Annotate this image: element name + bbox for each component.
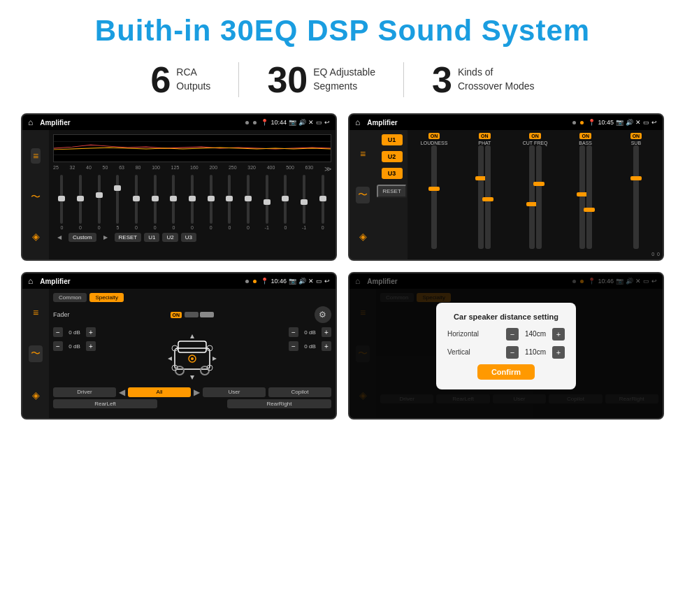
eq-slider-3[interactable]: 5 (109, 175, 127, 230)
dialog-overlay: Car speaker distance setting Horizontal … (349, 273, 663, 418)
bass-on-badge[interactable]: ON (579, 133, 591, 139)
bass-slider-g[interactable] (586, 145, 592, 249)
fader-header: Fader ON ⚙ (53, 306, 331, 323)
vertical-label: Vertical (447, 348, 470, 356)
eq-slider-4[interactable]: 0 (128, 175, 145, 230)
fader-screen-content: ≡ 〜 ◈ Common Specialty Fader ON (22, 289, 336, 418)
cutfreq-on-badge[interactable]: ON (529, 133, 541, 139)
phat-on-badge[interactable]: ON (479, 133, 491, 139)
eq-wave-icon[interactable]: 〜 (31, 191, 41, 203)
stat-eq-number: 30 (267, 62, 308, 98)
sub-slider-g[interactable] (633, 145, 639, 249)
eq-slider-9[interactable]: 0 (221, 175, 238, 230)
eq-slider-7[interactable]: 0 (184, 175, 201, 230)
loudness-label: LOUDNESS (421, 141, 448, 145)
crossover-reset-btn[interactable]: RESET (377, 185, 407, 198)
fader-icon-2[interactable]: 〜 (29, 345, 43, 362)
btn-driver[interactable]: Driver (53, 387, 116, 397)
camera-icon-3: 📷 (289, 278, 296, 285)
crossover-active-icon[interactable]: ≡ (360, 148, 366, 159)
btn-all[interactable]: All (128, 387, 191, 397)
svg-rect-5 (178, 341, 206, 352)
loudness-slider[interactable] (431, 145, 437, 249)
car-diagram (100, 327, 284, 383)
loudness-on-badge[interactable]: ON (428, 133, 440, 139)
eq-custom-btn[interactable]: Custom (68, 233, 96, 242)
db-minus-1[interactable]: − (53, 341, 63, 351)
cutfreq-slider-g[interactable] (536, 145, 542, 249)
crossover-app-title: Amplifier (367, 119, 568, 127)
crossover-speaker-icon[interactable]: ◈ (359, 231, 367, 242)
u2-btn[interactable]: U2 (382, 151, 403, 162)
fader-status-icons: 📍 10:46 📷 🔊 ✕ ▭ ↩ (261, 278, 330, 285)
crossover-wave-icon[interactable]: 〜 (356, 187, 370, 203)
settings-icon[interactable]: ⚙ (315, 306, 331, 323)
home-icon-2: ⌂ (355, 117, 360, 127)
u3-btn[interactable]: U3 (382, 168, 403, 179)
horizontal-plus-btn[interactable]: + (552, 328, 565, 341)
db-minus-3[interactable]: − (289, 341, 298, 351)
fader-arrow-left[interactable]: ◀ (119, 387, 125, 397)
eq-slider-6[interactable]: 0 (165, 175, 182, 230)
eq-u2-btn[interactable]: U2 (162, 233, 178, 242)
eq-reset-btn[interactable]: RESET (115, 233, 142, 242)
eq-buttons: ◀ Custom ▶ RESET U1 U2 U3 (53, 233, 331, 242)
db-plus-1[interactable]: + (86, 341, 96, 351)
crossover-screen-content: ≡ 〜 ◈ U1 U2 U3 RESET ON (349, 130, 663, 259)
svg-point-7 (201, 366, 209, 375)
home-icon-3: ⌂ (28, 276, 33, 286)
battery-icon: ▭ (316, 119, 322, 126)
btn-user[interactable]: User (203, 387, 266, 397)
confirm-button[interactable]: Confirm (477, 364, 535, 380)
eq-slider-14[interactable]: 0 (314, 175, 331, 230)
eq-freq-labels: 25 32 40 50 63 80 100 125 160 200 250 32… (53, 165, 331, 173)
fader-tab-common[interactable]: Common (53, 293, 87, 302)
fader-tab-specialty[interactable]: Specialty (89, 293, 123, 302)
eq-u1-btn[interactable]: U1 (144, 233, 159, 242)
fader-arrow-right[interactable]: ▶ (194, 387, 200, 397)
eq-active-icon[interactable]: ≡ (31, 148, 41, 164)
db-minus-2[interactable]: − (289, 327, 298, 337)
stat-eq-text: EQ AdjustableSegments (313, 66, 375, 93)
db-plus-0[interactable]: + (86, 327, 96, 337)
eq-slider-5[interactable]: 0 (146, 175, 164, 230)
crossover-status-bar: ⌂ Amplifier 📍 10:45 📷 🔊 ✕ ▭ ↩ (349, 115, 663, 130)
btn-rearleft[interactable]: RearLeft (53, 399, 157, 408)
db-value-1: 0 dB (66, 343, 83, 350)
eq-slider-8[interactable]: 0 (202, 175, 219, 230)
bass-slider-f[interactable] (579, 145, 585, 249)
fader-main-panel: Common Specialty Fader ON ⚙ (49, 289, 336, 418)
eq-speaker-icon[interactable]: ◈ (32, 231, 40, 242)
location-icon-2: 📍 (588, 119, 596, 126)
db-plus-3[interactable]: + (322, 341, 331, 351)
eq-play-btn[interactable]: ▶ (99, 233, 112, 242)
sub-on-badge[interactable]: ON (630, 133, 642, 139)
eq-prev-btn[interactable]: ◀ (53, 233, 66, 242)
fader-icon-1[interactable]: ≡ (33, 307, 38, 318)
horizontal-minus-btn[interactable]: − (506, 328, 519, 341)
phat-slider-f[interactable] (485, 145, 491, 249)
db-value-3: 0 dB (301, 343, 319, 350)
vertical-plus-btn[interactable]: + (552, 346, 565, 359)
eq-sliders[interactable]: 0 0 0 5 (53, 174, 331, 230)
eq-u3-btn[interactable]: U3 (181, 233, 196, 242)
eq-slider-0[interactable]: 0 (53, 175, 71, 230)
eq-slider-12[interactable]: 0 (277, 175, 294, 230)
fader-on-badge[interactable]: ON (171, 312, 182, 318)
db-plus-2[interactable]: + (322, 327, 331, 337)
btn-copilot[interactable]: Copilot (268, 387, 331, 397)
u1-btn[interactable]: U1 (382, 134, 403, 145)
stat-rca: 6 RCAOutputs (122, 62, 238, 98)
eq-slider-13[interactable]: -1 (296, 175, 313, 230)
eq-slider-1[interactable]: 0 (72, 175, 89, 230)
eq-arrows[interactable]: ≫ (324, 165, 331, 173)
stat-rca-text: RCAOutputs (176, 66, 210, 93)
eq-slider-2[interactable]: 0 (90, 175, 108, 230)
btn-rearright[interactable]: RearRight (227, 399, 331, 408)
db-minus-0[interactable]: − (53, 327, 63, 337)
eq-slider-11[interactable]: -1 (258, 175, 275, 230)
cutfreq-slider-f[interactable] (529, 145, 535, 249)
fader-icon-3[interactable]: ◈ (32, 389, 40, 401)
eq-slider-10[interactable]: 0 (240, 175, 257, 230)
vertical-minus-btn[interactable]: − (506, 346, 519, 359)
